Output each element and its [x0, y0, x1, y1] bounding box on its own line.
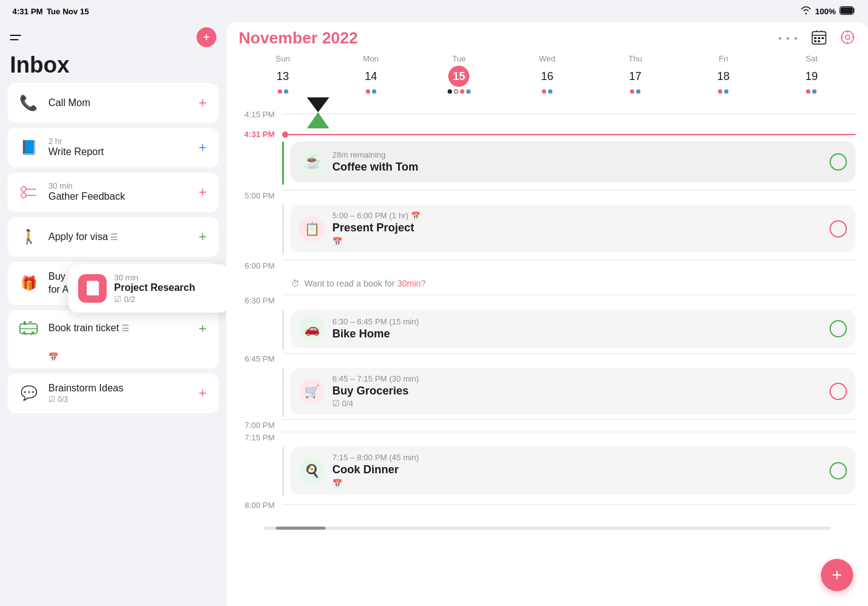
inbox-items-list: 📞 Call Mom + 📘 2 hr Write Report + [7, 83, 219, 413]
book-train-icon [17, 318, 40, 340]
settings-icon[interactable] [839, 29, 856, 48]
cook-dinner-title: Cook Dinner [332, 463, 822, 476]
bike-home-check[interactable] [830, 320, 847, 337]
write-report-content: 2 hr Write Report [48, 136, 187, 159]
sidebar-add-button[interactable]: + [197, 27, 216, 47]
list-item[interactable]: 📘 2 hr Write Report + [7, 128, 219, 167]
svg-rect-22 [818, 40, 820, 42]
timeline-scrollbar-thumb [276, 527, 326, 530]
day-col-sun[interactable]: Sun 13 [239, 54, 327, 94]
apply-visa-add-button[interactable]: + [196, 226, 209, 247]
day-col-thu[interactable]: Thu 17 [591, 54, 680, 94]
svg-rect-13 [29, 321, 32, 323]
status-bar: 4:31 PM Tue Nov 15 100% [0, 0, 868, 22]
svg-point-4 [21, 193, 26, 198]
bike-home-content: 6:30 – 6:45 PM (15 min) Bike Home [332, 317, 822, 341]
svg-point-9 [32, 331, 34, 334]
timeline-container[interactable]: 4:15 PM [226, 97, 868, 606]
list-item[interactable]: 📞 Call Mom + [7, 83, 219, 123]
svg-point-2 [21, 187, 26, 192]
coffee-title: Coffee with Tom [332, 161, 822, 174]
brainstorm-add-button[interactable]: + [196, 383, 209, 404]
svg-rect-19 [818, 37, 820, 39]
day-col-sat[interactable]: Sat 19 [768, 54, 856, 94]
svg-rect-20 [822, 37, 824, 39]
call-mom-icon: 📞 [17, 92, 40, 114]
tooltip-content: 30 min Project Research ☑ 0/2 [114, 273, 195, 304]
book-train-content: Book train ticket ☰ [48, 322, 187, 335]
status-date: Tue Nov 15 [46, 7, 89, 16]
hourglass-icon [307, 97, 329, 130]
buy-groceries-meta: ☑ 0/4 [332, 399, 822, 408]
apply-visa-icon: 🚶 [17, 226, 40, 248]
cook-dinner-content: 7:15 – 8:00 PM (45 min) Cook Dinner 📅 [332, 453, 822, 488]
event-present-project[interactable]: 📋 5:00 – 6:00 PM (1 hr) 📅 Present Projec… [290, 205, 856, 252]
fab-add-button[interactable]: + [821, 559, 853, 591]
sidebar-toggle[interactable] [10, 29, 27, 46]
buy-groceries-time: 6:45 – 7:15 PM (30 min) [332, 374, 822, 383]
day-col-tue-today[interactable]: Tue 15 [415, 54, 503, 94]
bike-home-icon: 🚗 [299, 316, 325, 342]
book-train-label: Book train ticket ☰ [48, 322, 187, 335]
calendar-grid-icon[interactable] [811, 29, 827, 48]
brainstorm-label: Brainstorm Ideas [48, 382, 187, 395]
battery-level: 100% [815, 7, 836, 16]
event-buy-groceries[interactable]: 🛒 6:45 – 7:15 PM (30 min) Buy Groceries … [290, 368, 856, 414]
list-item[interactable]: 🚶 Apply for visa ☰ + [7, 217, 219, 257]
buy-groceries-title: Buy Groceries [332, 385, 822, 398]
list-item[interactable]: 💬 Brainstorm Ideas ☑ 0/3 + [7, 373, 219, 413]
coffee-content: 28m remaining Coffee with Tom [332, 150, 822, 174]
write-report-add-button[interactable]: + [196, 137, 209, 158]
tooltip-title: Project Research [114, 282, 195, 293]
brainstorm-content: Brainstorm Ideas ☑ 0/3 [48, 382, 187, 404]
calendar-area: November 2022 • • • [226, 22, 868, 606]
present-project-time: 5:00 – 6:00 PM (1 hr) 📅 [332, 211, 822, 220]
time-label-715: 7:15 PM [239, 432, 282, 442]
time-row-600: 6:00 PM [239, 260, 856, 272]
sidebar-header: + [7, 22, 219, 50]
bike-home-time: 6:30 – 6:45 PM (15 min) [332, 317, 822, 326]
time-label-630: 6:30 PM [239, 295, 282, 305]
timeline-inner: 4:15 PM [226, 97, 868, 524]
book-train-add-button[interactable]: + [196, 318, 209, 339]
gather-feedback-label: Gather Feedback [48, 190, 187, 203]
apply-visa-label: Apply for visa ☰ [48, 231, 187, 244]
day-col-mon[interactable]: Mon 14 [327, 54, 415, 94]
event-coffee-with-tom[interactable]: ☕ 28m remaining Coffee with Tom [290, 141, 856, 182]
event-bike-home[interactable]: 🚗 6:30 – 6:45 PM (15 min) Bike Home [290, 310, 856, 348]
list-item[interactable]: 30 min Gather Feedback + [7, 172, 219, 212]
cook-dinner-check[interactable] [830, 462, 847, 479]
write-report-duration: 2 hr [48, 136, 187, 146]
days-header: Sun 13 Mon 14 [239, 54, 856, 97]
day-col-fri[interactable]: Fri 18 [680, 54, 768, 94]
buy-present-icon: 🎁 [17, 272, 40, 295]
wifi-icon [800, 6, 812, 16]
time-row-415: 4:15 PM [239, 97, 856, 130]
day-col-wed[interactable]: Wed 16 [503, 54, 591, 94]
sidebar-title: Inbox [7, 50, 219, 83]
timeline-scrollbar[interactable] [264, 527, 831, 530]
time-label-800: 8:00 PM [239, 499, 282, 510]
coffee-check[interactable] [830, 153, 847, 171]
apply-visa-content: Apply for visa ☰ [48, 231, 187, 244]
event-cook-dinner[interactable]: 🍳 7:15 – 8:00 PM (45 min) Cook Dinner 📅 [290, 447, 856, 494]
buy-groceries-check[interactable] [830, 383, 847, 400]
time-label-415: 4:15 PM [239, 109, 282, 119]
calendar-title: November 2022 [239, 29, 358, 48]
time-label-500: 5:00 PM [239, 190, 282, 200]
list-item[interactable]: Book train ticket ☰ + 📅 [7, 310, 219, 368]
suggestion-bar: ⏱ Want to read a book for 30min? [282, 272, 856, 295]
suggestion-highlight: 30min [397, 278, 421, 288]
calendar-header: November 2022 • • • [226, 22, 868, 97]
write-report-icon: 📘 [17, 136, 40, 159]
sidebar: + Inbox 📞 Call Mom + 📘 2 hr Write Report… [0, 22, 226, 606]
present-project-check[interactable] [830, 220, 847, 238]
call-mom-add-button[interactable]: + [196, 92, 209, 114]
time-row-500: 5:00 PM [239, 190, 856, 202]
tooltip-icon: 📘 [78, 274, 107, 303]
coffee-icon: ☕ [299, 149, 325, 175]
gather-feedback-add-button[interactable]: + [196, 182, 209, 203]
current-time-section: 4:31 PM ☕ 28m remaining Coffee with Tom [239, 130, 856, 185]
book-train-cal-icon: 📅 [48, 351, 58, 362]
present-project-cal: 📅 [332, 237, 822, 246]
